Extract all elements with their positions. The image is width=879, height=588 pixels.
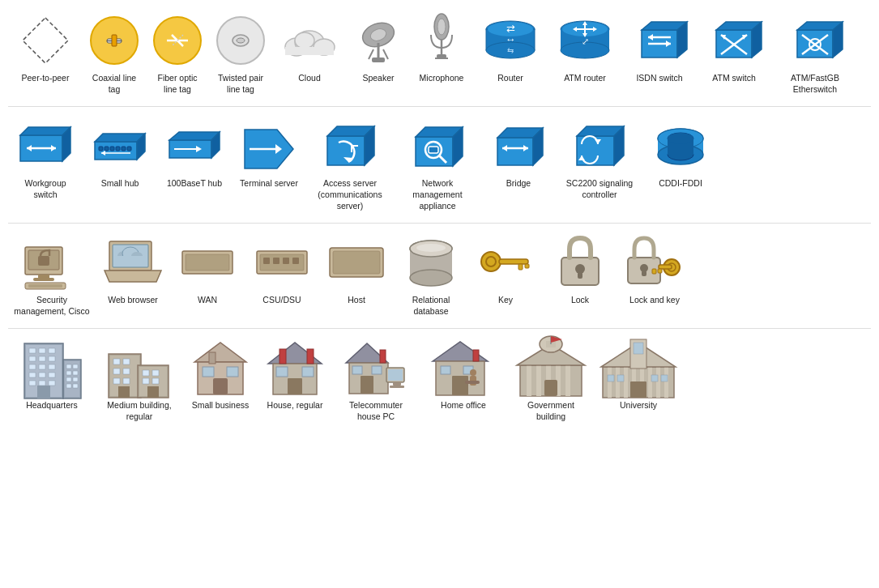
item-csudsu[interactable]: CSU/DSU: [250, 233, 314, 306]
svg-line-19: [369, 49, 373, 59]
svg-marker-209: [194, 343, 246, 362]
item-homeoffice[interactable]: Home office: [425, 339, 502, 411]
host-label: Host: [348, 295, 365, 306]
item-host[interactable]: Host: [324, 233, 389, 306]
termserver-icon: [237, 117, 301, 175]
svg-rect-240: [465, 381, 480, 384]
svg-rect-176: [29, 373, 36, 377]
item-hub100[interactable]: 100BaseT hub: [162, 117, 227, 190]
svg-rect-186: [73, 364, 78, 369]
item-smallhub[interactable]: Small hub: [87, 117, 152, 190]
svg-rect-177: [39, 373, 45, 377]
row3-separator: [8, 328, 871, 329]
item-webbrowser[interactable]: Web browser: [100, 233, 165, 306]
svg-rect-18: [372, 58, 385, 62]
item-cloud[interactable]: Cloud: [277, 11, 342, 84]
item-smallbiz[interactable]: Small business: [188, 339, 253, 411]
reldb-icon: [399, 233, 463, 292]
item-wgswitch[interactable]: Workgroup switch: [13, 117, 78, 200]
item-twistedpair[interactable]: Twisted pair line tag: [214, 11, 267, 95]
item-lock[interactable]: Lock: [548, 233, 612, 306]
svg-rect-14: [285, 47, 334, 55]
lock-label: Lock: [571, 295, 589, 306]
item-termserver[interactable]: Terminal server: [237, 117, 301, 190]
svg-rect-269: [661, 375, 668, 381]
smallhub-label: Small hub: [101, 178, 139, 190]
cloud-label: Cloud: [298, 73, 320, 84]
atmswitch-label: ATM switch: [712, 73, 755, 84]
accessserver-icon: [311, 117, 389, 175]
secmgmt-label: Security management, Cisco: [13, 295, 91, 317]
item-accessserver[interactable]: Access server (communications server): [311, 117, 389, 211]
netmgmt-label: Network management appliance: [399, 178, 476, 211]
cddifddi-icon: [648, 117, 713, 175]
lockkey-label: Lock and key: [629, 295, 680, 306]
bridge-icon: [486, 117, 551, 175]
speaker-label: Speaker: [362, 73, 394, 84]
peer-icon: [13, 11, 78, 70]
item-microphone[interactable]: Microphone: [415, 11, 468, 84]
smallbiz-label: Small business: [192, 400, 250, 411]
item-router[interactable]: ⇄ ⇆ ↔ Router: [478, 11, 543, 84]
item-reldb[interactable]: Relational database: [399, 233, 463, 317]
item-hq[interactable]: Headquarters: [13, 339, 91, 411]
item-key[interactable]: Key: [473, 233, 538, 306]
svg-rect-185: [66, 364, 71, 369]
item-coaxial[interactable]: Coaxial line tag: [87, 11, 141, 95]
svg-rect-242: [527, 365, 531, 396]
row-switches-hubs: Workgroup switch: [8, 113, 871, 215]
item-isdnswitch[interactable]: ISDN switch: [627, 11, 692, 84]
svg-rect-76: [116, 147, 120, 151]
svg-rect-208: [147, 386, 159, 398]
svg-rect-261: [664, 367, 668, 398]
svg-rect-173: [29, 364, 36, 369]
svg-rect-139: [273, 258, 279, 264]
item-bridge[interactable]: Bridge: [486, 117, 551, 190]
svg-marker-101: [497, 138, 533, 165]
row-network-icons: Peer-to-peer Coaxial line tag: [8, 8, 871, 98]
svg-rect-267: [617, 375, 624, 381]
item-govbldg[interactable]: Government building: [512, 339, 590, 422]
svg-point-9: [237, 38, 245, 43]
svg-rect-182: [37, 386, 50, 398]
svg-rect-198: [123, 369, 130, 374]
item-peer[interactable]: Peer-to-peer: [13, 11, 78, 84]
item-atmrouter[interactable]: ⤢ ATM router: [553, 11, 617, 84]
lockkey-icon: [622, 233, 687, 292]
svg-text:⤢: ⤢: [582, 36, 589, 46]
svg-rect-237: [473, 350, 479, 361]
item-cddifddi[interactable]: CDDI-FDDI: [648, 117, 713, 190]
svg-rect-217: [276, 367, 288, 377]
row-devices: Security management, Cisco Web brows: [8, 230, 871, 320]
item-atmfastgb[interactable]: ATM/FastGB Etherswitch: [776, 11, 854, 95]
item-sc2200[interactable]: SC2200 signaling controller: [561, 117, 638, 200]
item-lockkey[interactable]: Lock and key: [622, 233, 687, 306]
svg-rect-195: [113, 359, 120, 364]
router-icon: ⇄ ⇆ ↔: [478, 11, 543, 70]
svg-rect-172: [49, 356, 55, 361]
row2-separator: [8, 223, 871, 224]
svg-rect-140: [283, 258, 289, 264]
item-telecommuter[interactable]: Telecommuter house PC: [337, 339, 415, 422]
item-university[interactable]: University: [600, 339, 677, 411]
svg-rect-169: [49, 348, 55, 353]
svg-rect-138: [263, 258, 270, 264]
svg-rect-260: [656, 367, 660, 398]
svg-rect-179: [29, 381, 36, 386]
item-secmgmt[interactable]: Security management, Cisco: [13, 233, 91, 317]
item-speaker[interactable]: Speaker: [352, 11, 405, 84]
medbldg-label: Medium building, regular: [100, 400, 178, 422]
item-house[interactable]: House, regular: [262, 339, 327, 411]
svg-point-22: [437, 19, 446, 35]
govbldg-label: Government building: [512, 400, 590, 422]
item-fiberoptic[interactable]: Fiber optic line tag: [151, 11, 204, 95]
svg-rect-227: [380, 350, 386, 363]
item-medbldg[interactable]: Medium building, regular: [100, 339, 178, 422]
item-wan[interactable]: WAN: [175, 233, 240, 306]
smallbiz-icon: [188, 339, 253, 397]
sc2200-label: SC2200 signaling controller: [561, 178, 638, 200]
item-atmswitch[interactable]: ATM switch: [702, 11, 766, 84]
hq-icon: [13, 339, 91, 397]
homeoffice-label: Home office: [441, 400, 486, 411]
item-netmgmt[interactable]: Network management appliance: [399, 117, 476, 211]
